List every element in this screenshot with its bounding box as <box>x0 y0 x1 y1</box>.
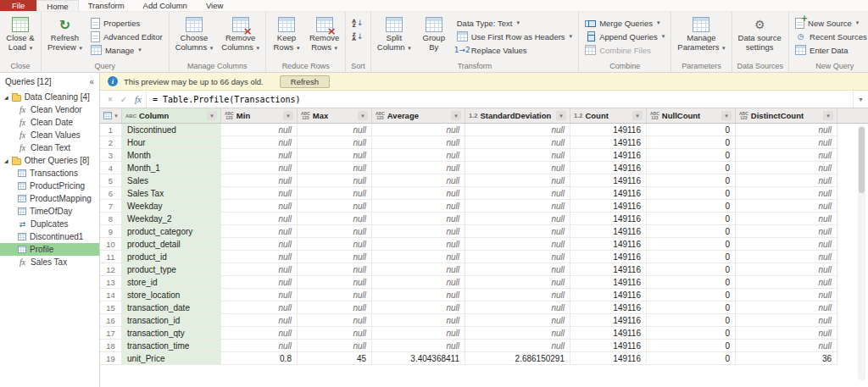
row-number[interactable]: 3 <box>100 149 122 162</box>
row-number[interactable]: 5 <box>100 174 122 187</box>
row-number[interactable]: 7 <box>100 200 122 213</box>
cell[interactable]: null <box>221 289 298 301</box>
cell[interactable]: null <box>298 200 372 213</box>
cell[interactable]: null <box>221 200 298 213</box>
cancel-formula-icon[interactable]: × <box>103 95 117 104</box>
cell[interactable]: 0 <box>647 124 736 136</box>
cell[interactable]: null <box>465 276 570 289</box>
cell[interactable]: null <box>372 187 465 200</box>
row-number[interactable]: 9 <box>100 225 122 238</box>
cell[interactable]: null <box>736 136 837 149</box>
append-queries-button[interactable]: Append Queries▾ <box>581 30 668 43</box>
cell[interactable]: null <box>465 187 570 200</box>
cell-column-name[interactable]: unit_Price <box>122 352 221 365</box>
column-header-nullcount[interactable]: ABC123NullCount▾ <box>647 108 736 123</box>
cell-column-name[interactable]: Hour <box>122 136 221 149</box>
cell[interactable]: null <box>221 187 298 200</box>
query-item-clean-vendor[interactable]: fxClean Vendor <box>0 103 99 116</box>
cell[interactable]: null <box>372 174 465 187</box>
column-header-count[interactable]: 1.2Count▾ <box>570 108 647 123</box>
filter-icon[interactable]: ▾ <box>358 111 368 120</box>
cell[interactable]: null <box>736 340 837 352</box>
query-item-productpricing[interactable]: ProductPricing <box>0 180 99 192</box>
query-item-clean-date[interactable]: fxClean Date <box>0 116 99 129</box>
query-item-sales-tax[interactable]: fxSales Tax <box>0 256 99 268</box>
cell[interactable]: null <box>465 200 570 213</box>
row-number[interactable]: 6 <box>100 187 122 200</box>
column-header-max[interactable]: ABC123Max▾ <box>298 108 372 123</box>
column-header-min[interactable]: ABC123Min▾ <box>221 108 298 123</box>
cell[interactable]: 0 <box>647 238 736 251</box>
cell[interactable]: null <box>298 174 372 187</box>
row-number[interactable]: 16 <box>100 314 122 327</box>
cell[interactable]: null <box>465 225 570 238</box>
cell[interactable]: null <box>372 213 465 225</box>
new-source-button[interactable]: New Source▾ <box>792 16 868 30</box>
cell[interactable]: null <box>736 149 837 162</box>
cell[interactable]: null <box>465 314 570 327</box>
recent-sources-button[interactable]: ◷Recent Sources▾ <box>792 30 868 43</box>
cell[interactable]: 149116 <box>570 162 647 174</box>
close-load-button[interactable]: Close &Load ▾ <box>3 14 38 62</box>
cell[interactable]: 45 <box>298 352 372 365</box>
expand-icon[interactable]: ◢ <box>4 158 8 163</box>
row-number[interactable]: 14 <box>100 289 122 301</box>
cell[interactable]: 149116 <box>570 187 647 200</box>
cell[interactable]: null <box>736 238 837 251</box>
collapse-queries-pane-icon[interactable]: « <box>89 77 94 86</box>
column-header-average[interactable]: ABC123Average▾ <box>372 108 465 123</box>
cell-column-name[interactable]: product_detail <box>122 238 221 251</box>
row-number[interactable]: 17 <box>100 327 122 340</box>
cell-column-name[interactable]: transaction_id <box>122 314 221 327</box>
cell[interactable]: null <box>221 136 298 149</box>
cell[interactable]: null <box>465 136 570 149</box>
cell[interactable]: null <box>736 187 837 200</box>
cell[interactable]: 0 <box>647 352 736 365</box>
cell[interactable]: 0 <box>647 136 736 149</box>
row-number[interactable]: 18 <box>100 340 122 352</box>
query-item-clean-text[interactable]: fxClean Text <box>0 141 99 154</box>
cell[interactable]: null <box>298 327 372 340</box>
cell[interactable]: 0 <box>647 213 736 225</box>
cell-column-name[interactable]: Weekday <box>122 200 221 213</box>
cell-column-name[interactable]: product_id <box>122 251 221 263</box>
cell[interactable]: null <box>465 162 570 174</box>
cell[interactable]: null <box>465 213 570 225</box>
cell[interactable]: null <box>372 276 465 289</box>
filter-icon[interactable]: ▾ <box>823 111 833 120</box>
cell[interactable]: 0 <box>647 200 736 213</box>
cell[interactable]: 149116 <box>570 263 647 276</box>
cell[interactable]: 0 <box>647 301 736 314</box>
cell[interactable]: null <box>298 251 372 263</box>
cell-column-name[interactable]: transaction_time <box>122 340 221 352</box>
filter-icon[interactable]: ▾ <box>207 111 217 120</box>
cell[interactable]: 2.686150291 <box>465 352 570 365</box>
cell[interactable]: null <box>221 263 298 276</box>
cell[interactable]: null <box>221 314 298 327</box>
cell[interactable]: null <box>736 327 837 340</box>
cell[interactable]: null <box>736 174 837 187</box>
group-by-button[interactable]: GroupBy <box>416 14 452 62</box>
row-number[interactable]: 2 <box>100 136 122 149</box>
cell-column-name[interactable]: Weekday_2 <box>122 213 221 225</box>
row-number[interactable]: 15 <box>100 301 122 314</box>
cell[interactable]: 149116 <box>570 301 647 314</box>
filter-icon[interactable]: ▾ <box>721 111 732 120</box>
commit-formula-icon[interactable]: ✓ <box>117 95 131 104</box>
query-item-transactions[interactable]: Transactions <box>0 167 99 180</box>
cell-column-name[interactable]: store_id <box>122 276 221 289</box>
cell[interactable]: null <box>372 162 465 174</box>
advanced-editor-button[interactable]: Advanced Editor <box>87 30 166 43</box>
cell[interactable]: null <box>465 238 570 251</box>
cell[interactable]: null <box>298 301 372 314</box>
cell[interactable]: null <box>372 251 465 263</box>
tab-file[interactable]: File <box>0 0 36 11</box>
formula-input[interactable]: = Table.Profile(Transactions) <box>146 91 853 108</box>
row-number[interactable]: 1 <box>100 124 122 136</box>
cell[interactable]: null <box>221 251 298 263</box>
cell[interactable]: null <box>465 263 570 276</box>
filter-icon[interactable]: ▾ <box>556 111 566 120</box>
keep-rows-button[interactable]: KeepRows ▾ <box>269 14 304 62</box>
cell[interactable]: null <box>465 289 570 301</box>
vertical-scrollbar[interactable] <box>858 125 865 380</box>
